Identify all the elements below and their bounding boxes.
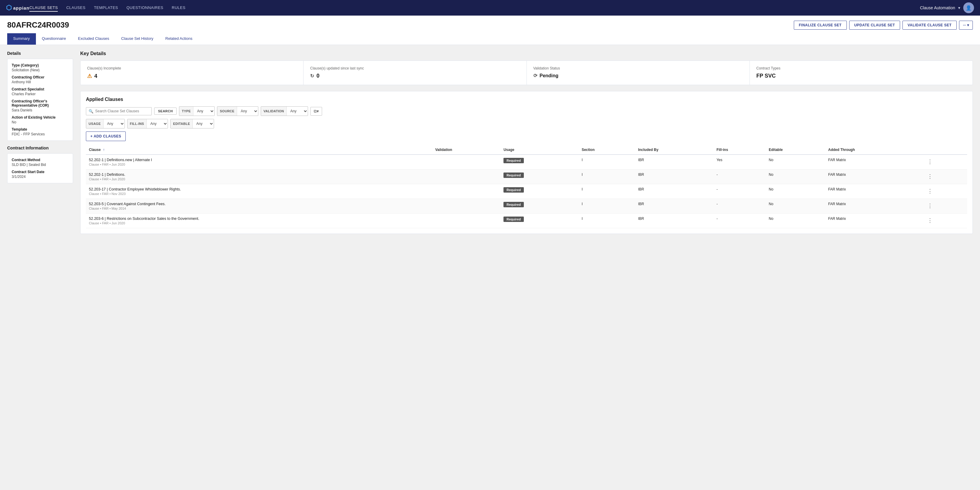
col-fillins: Fill-ins bbox=[714, 145, 766, 155]
row-menu-button-1[interactable]: ⋮ bbox=[926, 172, 934, 180]
nav-clauses[interactable]: CLAUSES bbox=[66, 4, 85, 12]
editable-filter-label: EDITABLE bbox=[170, 119, 193, 128]
page-header: 80AFRC24R0039 FINALIZE CLAUSE SET UPDATE… bbox=[0, 16, 980, 45]
clause-name-3: 52.203-5 | Covenant Against Contingent F… bbox=[89, 202, 429, 206]
field-value-cs: Charles Parker bbox=[12, 92, 68, 96]
tab-clause-set-history[interactable]: Clause Set History bbox=[115, 33, 159, 45]
key-detail-contract-types-label: Contract Types bbox=[756, 66, 966, 70]
cell-editable-1: No bbox=[766, 169, 825, 184]
table-row: 52.202-1 | Definitions. Clause • FAR • J… bbox=[86, 169, 967, 184]
cell-clause-4: 52.203-6 | Restrictions on Subcontractor… bbox=[86, 214, 432, 228]
cell-validation-1 bbox=[432, 169, 501, 184]
cell-editable-3: No bbox=[766, 199, 825, 214]
cell-menu-1[interactable]: ⋮ bbox=[923, 169, 967, 184]
fillins-filter[interactable]: FILL-INS Any bbox=[127, 119, 168, 128]
nav-clause-sets[interactable]: CLAUSE SETS bbox=[29, 4, 58, 12]
col-clause[interactable]: Clause ↑ bbox=[86, 145, 432, 155]
cell-menu-0[interactable]: ⋮ bbox=[923, 155, 967, 169]
validate-clause-set-button[interactable]: VALIDATE CLAUSE SET bbox=[902, 21, 957, 30]
cell-menu-4[interactable]: ⋮ bbox=[923, 214, 967, 228]
filter-icon: ⧉ bbox=[314, 109, 317, 114]
field-value-cor: Sara Daniels bbox=[12, 108, 68, 112]
cell-usage-0: Required bbox=[501, 155, 579, 169]
cell-validation-2 bbox=[432, 184, 501, 199]
right-panel: Key Details Clause(s) Incomplete ⚠ 4 Cla… bbox=[80, 51, 973, 490]
key-detail-validation: Validation Status ⟳ Pending bbox=[527, 61, 750, 85]
cell-added-1: FAR Matrix bbox=[825, 169, 923, 184]
update-clause-set-button[interactable]: UPDATE CLAUSE SET bbox=[849, 21, 900, 30]
contract-info-title: Contract Information bbox=[7, 145, 73, 150]
fillins-filter-label: FILL-INS bbox=[127, 119, 147, 128]
field-label-template: Template bbox=[12, 127, 68, 131]
usage-filter-select[interactable]: Any bbox=[103, 119, 124, 128]
avatar[interactable]: 👤 bbox=[963, 2, 974, 13]
field-label-co: Contracting Officer bbox=[12, 75, 68, 79]
key-detail-sync-label: Clause(s) updated since last sync bbox=[310, 66, 520, 70]
tab-questionnaire[interactable]: Questionnaire bbox=[36, 33, 72, 45]
row-menu-button-2[interactable]: ⋮ bbox=[926, 187, 934, 195]
field-value-aev: No bbox=[12, 120, 68, 124]
more-icon: ··· bbox=[963, 23, 966, 27]
cell-included-by-2: IBR bbox=[635, 184, 714, 199]
clause-sub-1: Clause • FAR • Jun 2020 bbox=[89, 177, 429, 181]
source-filter[interactable]: SOURCE Any bbox=[217, 106, 258, 116]
source-filter-select[interactable]: Any bbox=[237, 107, 258, 116]
usage-filter[interactable]: USAGE Any bbox=[86, 119, 125, 128]
cell-fillins-3: - bbox=[714, 199, 766, 214]
editable-filter-select[interactable]: Any bbox=[193, 119, 214, 128]
cell-validation-3 bbox=[432, 199, 501, 214]
nav-templates[interactable]: TEMPLATES bbox=[94, 4, 118, 12]
key-details-title: Key Details bbox=[80, 51, 973, 56]
applied-clauses-card: Applied Clauses 🔍 SEARCH TYPE Any SOURCE bbox=[80, 91, 973, 234]
cell-menu-2[interactable]: ⋮ bbox=[923, 184, 967, 199]
row-menu-button-4[interactable]: ⋮ bbox=[926, 217, 934, 224]
key-detail-sync: Clause(s) updated since last sync ↻ 0 bbox=[304, 61, 527, 85]
add-clauses-button[interactable]: + ADD CLAUSES bbox=[86, 131, 126, 141]
key-detail-incomplete: Clause(s) Incomplete ⚠ 4 bbox=[81, 61, 304, 85]
tab-excluded-clauses[interactable]: Excluded Clauses bbox=[72, 33, 115, 45]
cell-included-by-4: IBR bbox=[635, 214, 714, 228]
type-filter[interactable]: TYPE Any bbox=[179, 106, 215, 116]
usage-badge-0: Required bbox=[503, 158, 524, 163]
row-menu-button-3[interactable]: ⋮ bbox=[926, 202, 934, 210]
search-box[interactable]: 🔍 bbox=[86, 107, 152, 115]
fillins-filter-select[interactable]: Any bbox=[147, 119, 168, 128]
usage-badge-1: Required bbox=[503, 172, 524, 178]
clause-sub-4: Clause • FAR • Jun 2020 bbox=[89, 221, 429, 225]
usage-badge-4: Required bbox=[503, 217, 524, 222]
cell-clause-1: 52.202-1 | Definitions. Clause • FAR • J… bbox=[86, 169, 432, 184]
row-menu-button-0[interactable]: ⋮ bbox=[926, 158, 934, 166]
validation-filter[interactable]: VALIDATION Any bbox=[261, 106, 308, 116]
cell-section-2: I bbox=[579, 184, 635, 199]
field-label-aev: Action of Existing Vehicle bbox=[12, 115, 68, 120]
field-label-type: Type (Category) bbox=[12, 63, 68, 67]
tab-summary[interactable]: Summary bbox=[7, 33, 36, 45]
field-value-start-date: 3/1/2024 bbox=[12, 175, 68, 179]
field-label-cor: Contracting Officer's Representative (CO… bbox=[12, 99, 68, 107]
table-row: 52.203-5 | Covenant Against Contingent F… bbox=[86, 199, 967, 214]
contract-types-value: FP SVC bbox=[756, 73, 776, 79]
type-filter-select[interactable]: Any bbox=[193, 107, 214, 116]
editable-filter[interactable]: EDITABLE Any bbox=[170, 119, 214, 128]
more-actions-button[interactable]: ··· ▾ bbox=[959, 21, 973, 30]
sync-count: 0 bbox=[317, 73, 320, 79]
filter-options-button[interactable]: ⧉ ▾ bbox=[310, 107, 322, 116]
cell-validation-4 bbox=[432, 214, 501, 228]
validation-filter-select[interactable]: Any bbox=[287, 107, 308, 116]
tab-related-actions[interactable]: Related Actions bbox=[159, 33, 198, 45]
nav-questionnaires[interactable]: QUESTIONNAIRES bbox=[126, 4, 163, 12]
appian-logo: ⬡ appian bbox=[6, 4, 29, 12]
page-title: 80AFRC24R0039 bbox=[7, 20, 69, 30]
col-added-through: Added Through bbox=[825, 145, 923, 155]
key-details-card: Clause(s) Incomplete ⚠ 4 Clause(s) updat… bbox=[80, 61, 973, 85]
key-detail-contract-types: Contract Types FP SVC bbox=[750, 61, 972, 85]
finalize-clause-set-button[interactable]: FINALIZE CLAUSE SET bbox=[794, 21, 847, 30]
search-button[interactable]: SEARCH bbox=[154, 107, 177, 115]
search-input[interactable] bbox=[95, 109, 149, 113]
col-included-by: Included By bbox=[635, 145, 714, 155]
nav-links: CLAUSE SETS CLAUSES TEMPLATES QUESTIONNA… bbox=[29, 4, 920, 12]
cell-menu-3[interactable]: ⋮ bbox=[923, 199, 967, 214]
usage-filter-label: USAGE bbox=[86, 119, 103, 128]
top-navigation: ⬡ appian CLAUSE SETS CLAUSES TEMPLATES Q… bbox=[0, 0, 980, 16]
nav-rules[interactable]: RULES bbox=[172, 4, 186, 12]
